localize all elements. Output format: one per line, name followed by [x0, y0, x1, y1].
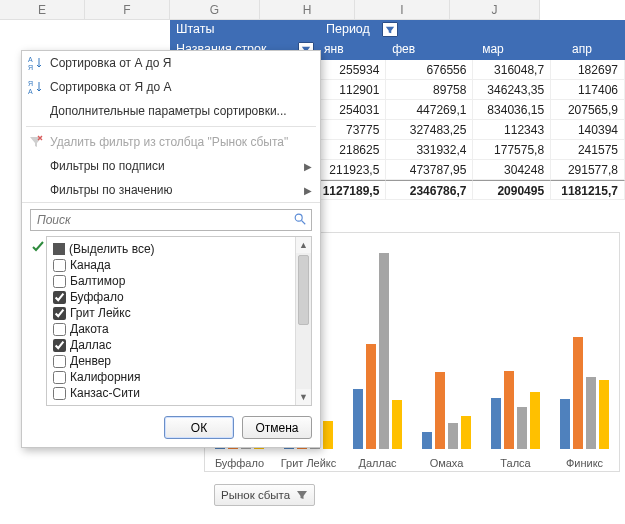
period-filter-icon[interactable] [382, 22, 398, 37]
filter-context-menu: АЯ Сортировка от А до Я ЯА Сортировка от… [21, 50, 321, 448]
bar[interactable] [392, 400, 402, 449]
month-header[interactable]: апр [568, 40, 625, 58]
data-cell[interactable]: 73775 [320, 120, 386, 140]
bar[interactable] [379, 253, 389, 449]
data-cell[interactable]: 117406 [551, 80, 625, 100]
svg-text:А: А [28, 88, 33, 95]
data-cell[interactable]: 331932,4 [386, 140, 473, 160]
bar[interactable] [599, 380, 609, 449]
bar[interactable] [366, 344, 376, 449]
scroll-thumb[interactable] [298, 255, 309, 325]
data-cell[interactable]: 112343 [473, 120, 551, 140]
clear-filter-icon [28, 134, 44, 150]
data-cell[interactable]: 254031 [320, 100, 386, 120]
data-cell[interactable]: 182697 [551, 60, 625, 80]
bar[interactable] [573, 337, 583, 449]
column-header[interactable]: I [355, 0, 450, 20]
data-cell[interactable]: 473787,95 [386, 160, 473, 180]
data-cell[interactable]: 304248 [473, 160, 551, 180]
month-header[interactable]: мар [478, 40, 568, 58]
chart-field-label: Рынок сбыта [221, 489, 290, 501]
data-cell[interactable]: 89758 [386, 80, 473, 100]
data-cell[interactable]: 112901 [320, 80, 386, 100]
funnel-icon [296, 489, 308, 501]
data-cell[interactable]: 834036,15 [473, 100, 551, 120]
data-cell[interactable]: 140394 [551, 120, 625, 140]
check-icon [31, 240, 45, 254]
search-icon [293, 212, 307, 226]
month-header[interactable]: фев [388, 40, 478, 58]
data-cell[interactable]: 2346786,7 [386, 180, 473, 200]
menu-label-filters[interactable]: Фильтры по подписи ▶ [22, 154, 320, 178]
data-cell[interactable]: 316048,7 [473, 60, 551, 80]
select-all-item[interactable]: (Выделить все) [53, 241, 291, 257]
column-header[interactable]: J [450, 0, 540, 20]
bar[interactable] [461, 416, 471, 449]
data-cell[interactable]: 447269,1 [386, 100, 473, 120]
menu-value-filters[interactable]: Фильтры по значению ▶ [22, 178, 320, 202]
data-cell[interactable]: 327483,25 [386, 120, 473, 140]
checklist-item[interactable]: Канзас-Сити [53, 385, 291, 401]
checklist-item[interactable]: Дакота [53, 321, 291, 337]
checklist-item[interactable]: Калифорния [53, 369, 291, 385]
data-cell[interactable]: 255934 [320, 60, 386, 80]
data-cell[interactable]: 676556 [386, 60, 473, 80]
svg-text:Я: Я [28, 80, 33, 87]
filter-checklist[interactable]: (Выделить все)КанадаБалтиморБуффалоГрит … [46, 236, 312, 406]
checklist-item[interactable]: Балтимор [53, 273, 291, 289]
data-cell[interactable]: 2090495 [473, 180, 551, 200]
menu-sort-za[interactable]: ЯА Сортировка от Я до А [22, 75, 320, 99]
x-axis-label: Даллас [343, 457, 412, 469]
chart-field-button[interactable]: Рынок сбыта [214, 484, 315, 506]
bar[interactable] [323, 421, 333, 449]
menu-separator [26, 126, 316, 127]
bar[interactable] [517, 407, 527, 449]
bar[interactable] [491, 398, 501, 449]
bar[interactable] [504, 371, 514, 449]
bar[interactable] [422, 432, 432, 449]
bar[interactable] [353, 389, 363, 449]
bar[interactable] [560, 399, 570, 449]
menu-clear-filter: Удалить фильтр из столбца "Рынок сбыта" [22, 130, 320, 154]
data-cell[interactable]: 1127189,5 [320, 180, 386, 200]
column-header[interactable]: E [0, 0, 85, 20]
bar[interactable] [586, 377, 596, 449]
data-cell[interactable]: 1181215,7 [551, 180, 625, 200]
pivot-period-label: Период [320, 20, 376, 38]
svg-point-4 [295, 214, 302, 221]
scroll-up-icon[interactable]: ▲ [296, 237, 311, 253]
checklist-item[interactable]: Буффало [53, 289, 291, 305]
data-cell[interactable]: 218625 [320, 140, 386, 160]
cancel-button[interactable]: Отмена [242, 416, 312, 439]
submenu-arrow-icon: ▶ [304, 161, 312, 172]
data-cell[interactable]: 346243,35 [473, 80, 551, 100]
column-header[interactable]: H [260, 0, 355, 20]
sort-za-icon: ЯА [28, 79, 44, 95]
checklist-item[interactable]: Грит Лейкс [53, 305, 291, 321]
bar[interactable] [435, 372, 445, 449]
data-cell[interactable]: 291577,8 [551, 160, 625, 180]
scrollbar[interactable]: ▲ ▼ [295, 237, 311, 405]
bar[interactable] [448, 423, 458, 449]
x-axis-label: Грит Лейкс [274, 457, 343, 469]
column-header[interactable]: F [85, 0, 170, 20]
svg-text:А: А [28, 56, 33, 63]
svg-text:Я: Я [28, 64, 33, 71]
menu-sort-more[interactable]: Дополнительные параметры сортировки... [22, 99, 320, 123]
checklist-item[interactable]: Канада [53, 257, 291, 273]
ok-button[interactable]: ОК [164, 416, 234, 439]
data-cell[interactable]: 177575,8 [473, 140, 551, 160]
month-header[interactable]: янв [320, 40, 388, 58]
data-cell[interactable]: 211923,5 [320, 160, 386, 180]
data-cell[interactable]: 241575 [551, 140, 625, 160]
data-cell[interactable]: 207565,9 [551, 100, 625, 120]
menu-sort-az[interactable]: АЯ Сортировка от А до Я [22, 51, 320, 75]
column-header[interactable]: G [170, 0, 260, 20]
bar[interactable] [530, 392, 540, 449]
checklist-item[interactable]: Денвер [53, 353, 291, 369]
search-input[interactable] [30, 209, 312, 231]
x-axis-label: Талса [481, 457, 550, 469]
scroll-down-icon[interactable]: ▼ [296, 389, 311, 405]
checklist-item[interactable]: Даллас [53, 337, 291, 353]
x-axis-label: Омаха [412, 457, 481, 469]
